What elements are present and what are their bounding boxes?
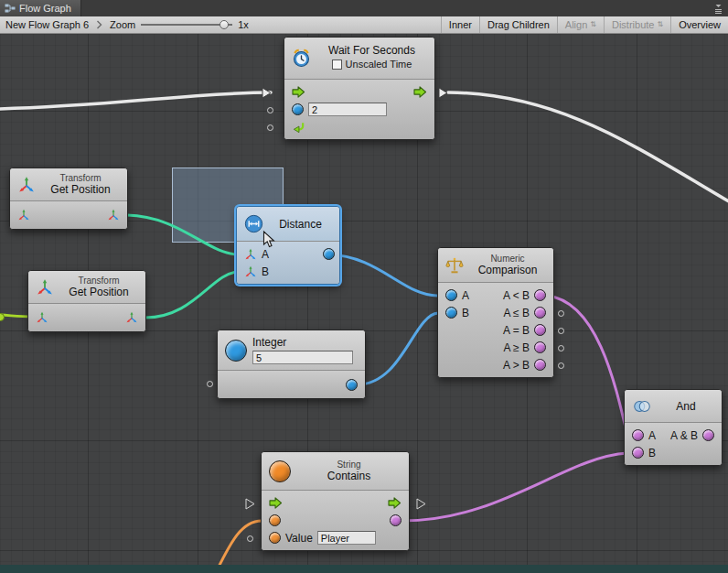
output-label-gte: A ≥ B [503,341,530,354]
align-arrows-icon: ⇅ [590,21,596,28]
contains-flow-in-indicator[interactable] [245,498,255,510]
node-title: Get Position [59,286,138,298]
graph-toolbar: New Flow Graph 6 Zoom 1x Inner Drag Chil… [0,16,728,34]
zoom-slider-knob[interactable] [219,20,229,29]
distance-output-port[interactable] [323,248,335,260]
port-label-b: B [262,265,269,278]
loop-arrow-icon[interactable] [292,121,305,133]
output-label-gt: A > B [503,359,530,372]
clock-icon [292,49,311,68]
comparison-gte-pin[interactable] [558,345,564,351]
unscaled-time-checkbox[interactable]: Unscaled Time [332,59,412,70]
node-get-position-1[interactable]: Transform Get Position [9,168,128,230]
distribute-button[interactable]: Distribute ⇅ [604,16,670,33]
flow-in-port[interactable] [292,86,305,98]
value-input-port[interactable] [269,532,281,544]
transform-input-port[interactable] [36,311,48,324]
overview-button[interactable]: Overview [670,16,728,33]
wire-vector-2[interactable] [145,272,238,318]
node-subtitle: Transform [41,173,120,183]
zoom-label: Zoom [110,19,135,30]
transform-input-dot[interactable] [0,313,5,321]
node-numeric-comparison[interactable]: Numeric Comparison A A < B B [437,247,554,378]
comparison-input-port-a[interactable] [445,289,457,301]
node-and[interactable]: And A A & B B [624,389,723,466]
comparison-input-port-b[interactable] [445,307,457,319]
inner-button[interactable]: Inner [441,16,479,33]
contains-value-pin[interactable] [247,535,253,542]
and-input-port-b[interactable] [632,447,644,459]
breadcrumb[interactable]: New Flow Graph 6 [0,19,94,30]
transform-input-port[interactable] [17,209,30,222]
align-button[interactable]: Align ⇅ [557,16,604,33]
node-title: Integer [252,336,358,349]
node-wait-for-seconds[interactable]: Wait For Seconds Unscaled Time [284,37,435,140]
wait-flow-in-indicator[interactable] [262,87,272,99]
integer-value-input[interactable] [252,351,353,364]
mouse-cursor [262,231,275,249]
scales-icon [445,256,464,275]
wire-string-1[interactable] [210,521,262,565]
node-string-contains[interactable]: String Contains Value [261,451,410,551]
wire-number-2[interactable] [358,313,438,384]
window-titlebar: Flow Graph [0,0,728,16]
position-input-port-b[interactable] [244,265,257,278]
flow-in-port[interactable] [269,497,283,509]
tab-title: Flow Graph [19,3,71,14]
node-get-position-2[interactable]: Transform Get Position [27,270,146,332]
position-input-port-a[interactable] [244,248,257,261]
flow-out-port[interactable] [388,497,401,509]
comparison-output-eq[interactable] [534,324,546,336]
comparison-output-lt[interactable] [534,289,546,301]
wait-loop-pin[interactable] [267,124,273,131]
drag-children-button[interactable]: Drag Children [479,16,557,33]
node-distance[interactable]: Distance A B [236,206,340,285]
node-integer[interactable]: Integer [217,330,366,399]
contains-result-port[interactable] [390,514,401,526]
checkbox-label: Unscaled Time [346,59,412,70]
tab-flow-graph[interactable]: Flow Graph [0,0,81,16]
wire-flow-out[interactable] [448,92,728,204]
position-output-port[interactable] [107,209,120,222]
tab-menu-button[interactable] [709,0,728,16]
and-output-port[interactable] [702,429,714,441]
port-label-a: A [648,429,656,442]
comparison-output-gt[interactable] [534,359,546,371]
comparison-output-lte[interactable] [534,307,546,319]
comparison-eq-pin[interactable] [558,328,564,334]
graph-canvas[interactable]: Wait For Seconds Unscaled Time [0,34,728,565]
position-output-port[interactable] [125,311,138,324]
inner-button-label: Inner [449,19,472,30]
transform-icon [17,176,36,194]
contains-flow-out-indicator[interactable] [416,498,426,510]
wire-boolean-2[interactable] [402,453,627,521]
flow-out-port[interactable] [413,86,427,98]
zoom-value: 1x [238,19,249,30]
value-label: Value [285,532,313,545]
value-input[interactable] [317,531,376,545]
node-title: Get Position [41,183,120,196]
comparison-lte-pin[interactable] [558,310,564,317]
node-title: Comparison [469,264,546,276]
wire-number-1[interactable] [328,254,438,296]
zoom-slider[interactable] [141,19,232,30]
wait-seconds-pin[interactable] [267,107,273,114]
integer-input-pin[interactable] [207,381,213,387]
wait-flow-out-indicator[interactable] [438,87,448,99]
checkbox-box[interactable] [332,59,342,70]
output-label-a-and-b: A & B [670,429,698,442]
seconds-input[interactable] [308,103,387,116]
string-input-port[interactable] [269,514,281,526]
integer-output-port[interactable] [346,379,358,391]
zoom-slider-track[interactable] [141,24,232,26]
and-input-port-a[interactable] [632,429,644,441]
port-label-b: B [648,447,656,459]
breadcrumb-chevron-icon [94,20,104,29]
node-title: Wait For Seconds [316,44,427,57]
wire-flow-in[interactable] [0,92,271,109]
comparison-gt-pin[interactable] [558,362,564,369]
seconds-port[interactable] [292,103,304,115]
distance-icon [244,214,263,233]
comparison-output-gte[interactable] [534,341,546,353]
transform-icon [36,278,54,297]
